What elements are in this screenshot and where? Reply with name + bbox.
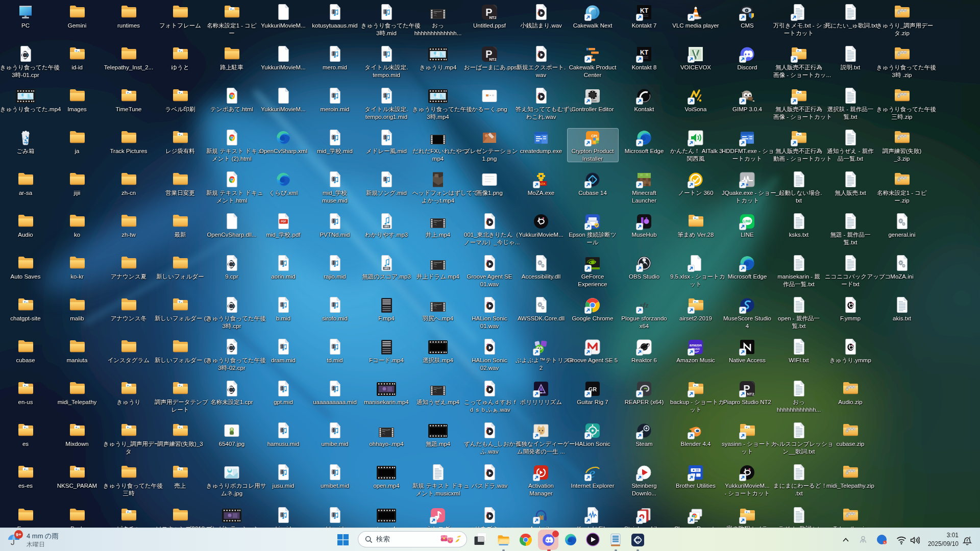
svg-text:z: z <box>969 536 971 539</box>
svg-text:z: z <box>966 538 968 542</box>
